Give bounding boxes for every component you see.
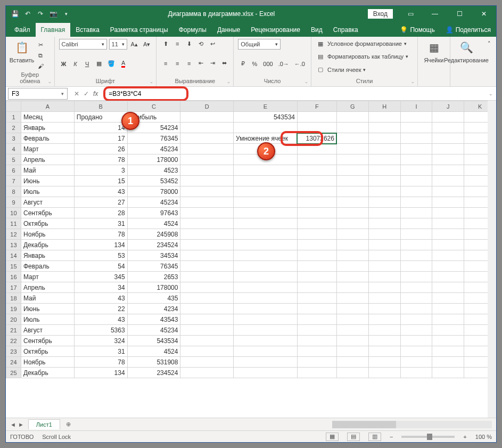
cell-C3[interactable]: 76345: [127, 133, 180, 144]
align-bottom-icon[interactable]: ⬇: [184, 39, 194, 48]
row-header[interactable]: 10: [6, 208, 21, 218]
cell-H22[interactable]: [368, 336, 400, 346]
cell-G16[interactable]: [336, 272, 368, 282]
name-box[interactable]: F3▾: [8, 88, 68, 100]
cell-I17[interactable]: [400, 282, 432, 293]
collapse-ribbon-icon[interactable]: ˄: [484, 39, 494, 48]
increase-decimal-icon[interactable]: .0→: [277, 59, 291, 69]
column-header-G[interactable]: G: [336, 101, 368, 112]
cell-H3[interactable]: [368, 133, 400, 144]
column-header-I[interactable]: I: [400, 101, 432, 112]
cell-J15[interactable]: [432, 261, 464, 272]
cell-D21[interactable]: [180, 325, 234, 336]
font-size-select[interactable]: 11▾: [109, 39, 127, 50]
cell-G23[interactable]: [336, 346, 368, 357]
cell-A23[interactable]: Октябрь: [21, 346, 74, 357]
row-header[interactable]: 13: [6, 240, 21, 250]
cell-J5[interactable]: [432, 154, 464, 165]
cell-E2[interactable]: [234, 123, 298, 133]
cell-E18[interactable]: [234, 293, 298, 304]
cell-E25[interactable]: [234, 368, 298, 378]
tab-view[interactable]: Вид: [306, 23, 328, 37]
cell-A10[interactable]: Сентябрь: [21, 208, 74, 218]
cell-G25[interactable]: [336, 368, 368, 378]
zoom-slider[interactable]: [401, 436, 455, 438]
row-header[interactable]: 14: [6, 250, 21, 261]
tab-home[interactable]: Главная: [36, 23, 71, 37]
cell-G15[interactable]: [336, 261, 368, 272]
cell-G12[interactable]: [336, 229, 368, 240]
cell-E8[interactable]: [234, 186, 298, 197]
cell-F2[interactable]: [297, 123, 336, 133]
merge-icon[interactable]: ⬌: [219, 59, 229, 68]
cell-J10[interactable]: [432, 208, 464, 218]
cell-G11[interactable]: [336, 218, 368, 229]
column-header-D[interactable]: D: [180, 101, 234, 112]
cell-A25[interactable]: Декабрь: [21, 368, 74, 378]
sheet-nav-prev-icon[interactable]: ◄: [10, 421, 16, 428]
copy-icon[interactable]: ⧉: [36, 51, 45, 60]
cell-A17[interactable]: Апрель: [21, 282, 74, 293]
sheet-nav-next-icon[interactable]: ►: [18, 421, 24, 428]
align-center-icon[interactable]: ≡: [172, 59, 182, 68]
cell-A11[interactable]: Октябрь: [21, 218, 74, 229]
align-right-icon[interactable]: ≡: [184, 59, 194, 68]
cell-E23[interactable]: [234, 346, 298, 357]
cell-B7[interactable]: 15: [74, 176, 127, 186]
cell-H2[interactable]: [368, 123, 400, 133]
cell-A12[interactable]: Ноябрь: [21, 229, 74, 240]
cell-H4[interactable]: [368, 144, 400, 154]
cell-G7[interactable]: [336, 176, 368, 186]
cell-F10[interactable]: [297, 208, 336, 218]
tab-pagelayout[interactable]: Разметка страницы: [105, 23, 174, 37]
cell-B21[interactable]: 5363: [74, 325, 127, 336]
cell-E12[interactable]: [234, 229, 298, 240]
column-header-E[interactable]: E: [234, 101, 298, 112]
cell-F24[interactable]: [297, 357, 336, 368]
cell-D11[interactable]: [180, 218, 234, 229]
tab-formulas[interactable]: Формулы: [174, 23, 212, 37]
cell-J4[interactable]: [432, 144, 464, 154]
cell-D14[interactable]: [180, 250, 234, 261]
cell-E11[interactable]: [234, 218, 298, 229]
cell-C21[interactable]: 45234: [127, 325, 180, 336]
view-pagelayout-icon[interactable]: ▤: [347, 433, 360, 441]
minimize-icon[interactable]: —: [423, 6, 447, 22]
cell-A18[interactable]: Май: [21, 293, 74, 304]
cell-H21[interactable]: [368, 325, 400, 336]
cell-H5[interactable]: [368, 154, 400, 165]
cell-G19[interactable]: [336, 304, 368, 314]
cell-C19[interactable]: 4234: [127, 304, 180, 314]
cell-I16[interactable]: [400, 272, 432, 282]
tab-data[interactable]: Данные: [212, 23, 245, 37]
cell-F16[interactable]: [297, 272, 336, 282]
cell-F13[interactable]: [297, 240, 336, 250]
cell-I5[interactable]: [400, 154, 432, 165]
cell-H7[interactable]: [368, 176, 400, 186]
cell-I10[interactable]: [400, 208, 432, 218]
row-header[interactable]: 18: [6, 293, 21, 304]
cell-B19[interactable]: 22: [74, 304, 127, 314]
expand-formula-bar-icon[interactable]: ⌄: [485, 91, 496, 96]
cell-C14[interactable]: 34534: [127, 250, 180, 261]
cell-C13[interactable]: 234524: [127, 240, 180, 250]
zoom-level[interactable]: 100 %: [475, 434, 492, 440]
cell-C18[interactable]: 435: [127, 293, 180, 304]
close-icon[interactable]: ✕: [472, 6, 496, 22]
cell-F6[interactable]: [297, 165, 336, 176]
cell-I18[interactable]: [400, 293, 432, 304]
cell-H17[interactable]: [368, 282, 400, 293]
cell-G21[interactable]: [336, 325, 368, 336]
cell-E9[interactable]: [234, 197, 298, 208]
cell-F1[interactable]: [297, 112, 336, 123]
cell-B22[interactable]: 324: [74, 336, 127, 346]
row-header[interactable]: 19: [6, 304, 21, 314]
cell-E21[interactable]: [234, 325, 298, 336]
cell-H12[interactable]: [368, 229, 400, 240]
add-sheet-button[interactable]: ⊕: [63, 419, 74, 430]
align-top-icon[interactable]: ⬆: [161, 39, 170, 48]
cell-G5[interactable]: [336, 154, 368, 165]
format-painter-icon[interactable]: 🖌: [36, 61, 45, 71]
cell-B4[interactable]: 26: [74, 144, 127, 154]
cell-F17[interactable]: [297, 282, 336, 293]
